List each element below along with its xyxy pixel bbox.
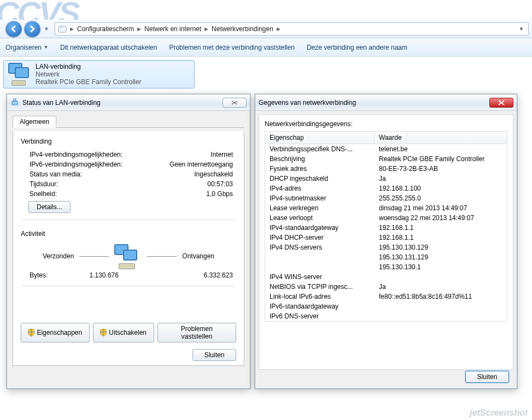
table-row[interactable]: IPv4-adres192.168.1.100 <box>265 184 507 193</box>
tab-row: Algemeen <box>13 115 244 128</box>
property-value: 192.168.1.100 <box>375 184 507 193</box>
table-row[interactable]: IPv4 DNS-servers195.130.130.129 <box>265 242 507 252</box>
table-row[interactable]: 195.130.130.1 <box>265 262 507 272</box>
property-value: Ja <box>375 174 507 183</box>
close-button[interactable]: Sluiten <box>465 371 509 383</box>
close-button[interactable]: Sluiten <box>192 349 236 361</box>
speed-value: 1,0 Gbps <box>206 190 233 198</box>
property-value: 195.130.130.1 <box>375 263 507 271</box>
property-name: IPv4 DHCP-server <box>265 233 375 242</box>
property-name: IPv4-standaardgateway <box>265 223 375 232</box>
diagnose-button[interactable]: Problemen vaststellen <box>157 323 236 342</box>
table-row[interactable]: Fysiek adres80-EE-73-2B-E3-AB <box>265 164 507 174</box>
rename-connection-button[interactable]: Deze verbinding een andere naam <box>307 42 407 54</box>
table-row[interactable]: NetBIOS via TCPIP ingesc...Ja <box>265 282 507 292</box>
properties-button[interactable]: Eigenschappen <box>21 323 90 342</box>
bytes-label: Bytes: <box>30 271 48 279</box>
back-button[interactable] <box>5 21 22 37</box>
property-value: 80-EE-73-2B-E3-AB <box>375 164 507 173</box>
network-status-icon <box>10 98 19 107</box>
property-name: DHCP ingeschakeld <box>265 174 375 183</box>
property-name: IPv4 DNS-servers <box>265 243 375 252</box>
table-row[interactable]: Lease verkregendinsdag 21 mei 2013 14:49… <box>265 203 507 213</box>
tab-general[interactable]: Algemeen <box>13 116 56 128</box>
table-row[interactable]: IPv6 DNS-server <box>265 311 507 321</box>
divider <box>22 286 235 286</box>
details-button[interactable]: Details... <box>28 201 71 213</box>
table-row[interactable]: IPv4 WINS-server <box>265 272 507 282</box>
tab-content: Verbinding IPv4-verbindingsmogelijkheden… <box>13 131 244 366</box>
table-row[interactable]: IPv6-standaardgateway <box>265 301 507 311</box>
breadcrumb-item[interactable]: Netwerkverbindingen <box>209 23 276 35</box>
chevron-right-icon[interactable]: ▶ <box>69 26 75 32</box>
property-name: Fysiek adres <box>265 164 375 173</box>
bytes-received-value: 6.332.623 <box>173 271 233 279</box>
property-name: NetBIOS via TCPIP ingesc... <box>265 282 375 291</box>
connection-adapter: Realtek PCIe GBE Family Controller <box>36 78 141 86</box>
network-adapter-icon <box>8 63 31 86</box>
media-value: Ingeschakeld <box>194 170 233 178</box>
close-button[interactable] <box>489 98 513 108</box>
command-toolbar: Organiseren▼ Dit netwerkapparaat uitscha… <box>0 38 532 57</box>
chevron-down-icon: ▼ <box>44 45 48 50</box>
speed-label: Snelheid: <box>30 190 57 198</box>
property-value: 255.255.255.0 <box>375 194 507 203</box>
property-value <box>375 302 507 311</box>
address-bar[interactable]: ▶ Configuratiescherm ▶ Netwerk en intern… <box>55 22 529 36</box>
table-row[interactable]: Link-local IPv6-adresfe80::ed51:8b5a:8c1… <box>265 292 507 301</box>
chevron-right-icon[interactable]: ▶ <box>203 26 209 32</box>
property-name: Lease verloopt <box>265 214 375 222</box>
table-header: Eigenschap Waarde <box>265 132 507 144</box>
table-row[interactable]: IPv4 DHCP-server192.168.1.1 <box>265 233 507 242</box>
connection-network: Netwerk <box>36 70 141 78</box>
address-dropdown[interactable]: ▼ <box>517 26 526 32</box>
connection-section-label: Verbinding <box>21 138 236 145</box>
chevron-right-icon[interactable]: ▶ <box>276 26 282 32</box>
property-name: Link-local IPv6-adres <box>265 292 375 301</box>
connections-list: LAN-verbinding Netwerk Realtek PCIe GBE … <box>0 57 532 92</box>
duration-label: Tijdsduur: <box>30 180 58 188</box>
breadcrumb-item[interactable]: Netwerk en internet <box>142 23 203 35</box>
property-value: Realtek PCIe GBE Family Controller <box>375 155 507 163</box>
property-value: Ja <box>375 282 507 291</box>
details-subtitle: Netwerkverbindingsgegevens: <box>265 120 507 128</box>
activity-section-label: Activiteit <box>21 230 236 238</box>
table-row[interactable]: Lease verlooptwoensdag 22 mei 2013 14:49… <box>265 213 507 223</box>
close-button[interactable] <box>223 98 247 108</box>
sent-label: Verzonden <box>43 252 74 260</box>
property-name: Beschrijving <box>265 155 375 163</box>
details-dialog-titlebar: Gegevens van netwerkverbinding <box>255 94 517 111</box>
connection-item-lan[interactable]: LAN-verbinding Netwerk Realtek PCIe GBE … <box>3 60 195 88</box>
chevron-right-icon[interactable]: ▶ <box>136 26 142 32</box>
status-dialog: Status van LAN-verbinding Algemeen Verbi… <box>7 94 250 389</box>
diagnose-connection-button[interactable]: Problemen met deze verbinding vaststelle… <box>169 42 294 54</box>
disable-device-button[interactable]: Dit netwerkapparaat uitschakelen <box>60 42 157 54</box>
organize-menu[interactable]: Organiseren▼ <box>5 42 48 54</box>
disable-button[interactable]: Uitschakelen <box>93 323 154 342</box>
forward-button[interactable] <box>24 21 40 37</box>
col-property[interactable]: Eigenschap <box>265 132 375 144</box>
bytes-sent-value: 1.130.676 <box>59 271 119 279</box>
shield-icon <box>28 329 34 336</box>
col-value[interactable]: Waarde <box>375 132 407 144</box>
ipv6-label: IPv6-verbindingsmogelijkheden: <box>30 161 122 168</box>
status-dialog-title: Status van LAN-verbinding <box>22 99 101 107</box>
property-value: fe80::ed51:8b5a:8c16:497d%11 <box>375 292 507 301</box>
status-dialog-titlebar: Status van LAN-verbinding <box>7 94 250 111</box>
table-row[interactable]: 195.130.131.129 <box>265 252 507 262</box>
ipv6-value: Geen internettoegang <box>169 161 233 168</box>
property-value: telenet.be <box>375 145 507 153</box>
divider <box>22 220 235 220</box>
table-row[interactable]: BeschrijvingRealtek PCIe GBE Family Cont… <box>265 154 507 164</box>
table-row[interactable]: DHCP ingeschakeldJa <box>265 174 507 184</box>
table-row[interactable]: Verbindingsspecifiek DNS-...telenet.be <box>265 144 507 154</box>
duration-value: 00:57:03 <box>207 180 233 188</box>
table-row[interactable]: IPv4-standaardgateway192.168.1.1 <box>265 223 507 233</box>
details-dialog: Gegevens van netwerkverbinding Netwerkve… <box>255 94 517 389</box>
ipv4-label: IPv4-verbindingsmogelijkheden: <box>30 151 122 158</box>
history-dropdown[interactable]: ▼ <box>42 21 51 37</box>
table-row[interactable]: IPv4-subnetmasker255.255.255.0 <box>265 193 507 203</box>
received-label: Ontvangen <box>182 252 214 260</box>
svg-rect-3 <box>14 99 16 101</box>
breadcrumb-item[interactable]: Configuratiescherm <box>75 23 136 35</box>
